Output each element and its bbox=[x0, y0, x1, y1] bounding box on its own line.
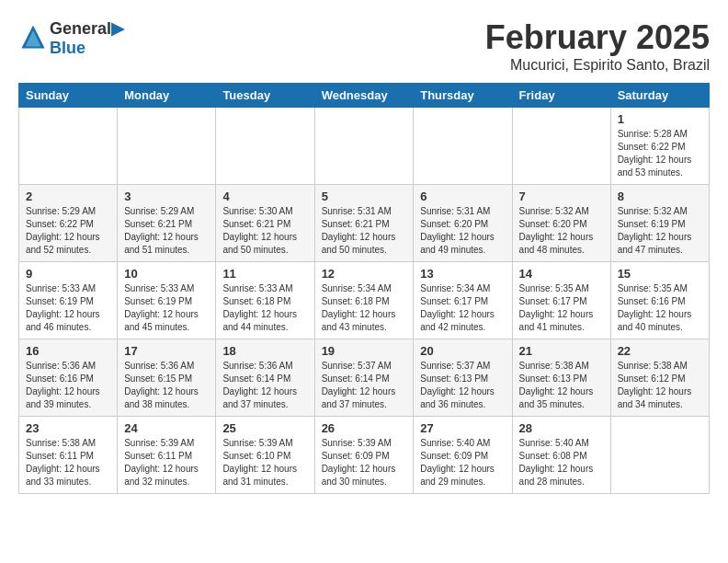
page-header: General▶ Blue February 2025 Mucurici, Es… bbox=[18, 18, 710, 74]
day-number: 7 bbox=[519, 190, 604, 203]
day-info: Sunrise: 5:39 AM Sunset: 6:11 PM Dayligh… bbox=[124, 437, 209, 488]
day-info: Sunrise: 5:39 AM Sunset: 6:10 PM Dayligh… bbox=[222, 437, 307, 488]
header-friday: Friday bbox=[512, 84, 610, 108]
calendar-header: SundayMondayTuesdayWednesdayThursdayFrid… bbox=[19, 84, 710, 108]
day-info: Sunrise: 5:31 AM Sunset: 6:21 PM Dayligh… bbox=[322, 205, 407, 257]
day-info: Sunrise: 5:31 AM Sunset: 6:20 PM Dayligh… bbox=[420, 205, 505, 257]
calendar-cell: 1Sunrise: 5:28 AM Sunset: 6:22 PM Daylig… bbox=[610, 108, 709, 185]
header-monday: Monday bbox=[118, 84, 216, 108]
day-info: Sunrise: 5:34 AM Sunset: 6:17 PM Dayligh… bbox=[420, 282, 505, 334]
calendar-cell: 25Sunrise: 5:39 AM Sunset: 6:10 PM Dayli… bbox=[216, 417, 314, 494]
day-info: Sunrise: 5:34 AM Sunset: 6:18 PM Dayligh… bbox=[322, 282, 407, 334]
day-number: 4 bbox=[222, 190, 307, 203]
calendar-cell: 4Sunrise: 5:30 AM Sunset: 6:21 PM Daylig… bbox=[216, 185, 314, 262]
day-number: 26 bbox=[322, 421, 407, 435]
calendar-cell: 28Sunrise: 5:40 AM Sunset: 6:08 PM Dayli… bbox=[512, 417, 610, 494]
day-info: Sunrise: 5:33 AM Sunset: 6:19 PM Dayligh… bbox=[26, 282, 110, 334]
day-info: Sunrise: 5:38 AM Sunset: 6:11 PM Dayligh… bbox=[26, 437, 110, 488]
day-info: Sunrise: 5:32 AM Sunset: 6:20 PM Dayligh… bbox=[519, 205, 604, 257]
day-number: 11 bbox=[222, 267, 307, 281]
calendar-cell bbox=[414, 108, 512, 185]
day-number: 28 bbox=[519, 421, 604, 435]
day-number: 5 bbox=[322, 190, 407, 203]
day-info: Sunrise: 5:36 AM Sunset: 6:16 PM Dayligh… bbox=[26, 360, 110, 411]
day-number: 25 bbox=[222, 421, 307, 435]
calendar-cell: 15Sunrise: 5:35 AM Sunset: 6:16 PM Dayli… bbox=[610, 262, 709, 339]
week-row-5: 23Sunrise: 5:38 AM Sunset: 6:11 PM Dayli… bbox=[19, 417, 710, 494]
day-info: Sunrise: 5:37 AM Sunset: 6:14 PM Dayligh… bbox=[322, 360, 407, 411]
calendar-cell: 9Sunrise: 5:33 AM Sunset: 6:19 PM Daylig… bbox=[19, 262, 118, 339]
day-number: 8 bbox=[618, 190, 702, 203]
calendar-cell: 11Sunrise: 5:33 AM Sunset: 6:18 PM Dayli… bbox=[216, 262, 314, 339]
day-number: 15 bbox=[618, 267, 702, 281]
week-row-1: 1Sunrise: 5:28 AM Sunset: 6:22 PM Daylig… bbox=[19, 108, 710, 185]
calendar-cell: 21Sunrise: 5:38 AM Sunset: 6:13 PM Dayli… bbox=[512, 339, 610, 417]
header-thursday: Thursday bbox=[414, 84, 512, 108]
day-info: Sunrise: 5:33 AM Sunset: 6:18 PM Dayligh… bbox=[222, 282, 307, 334]
day-number: 3 bbox=[124, 190, 209, 203]
calendar-cell: 18Sunrise: 5:36 AM Sunset: 6:14 PM Dayli… bbox=[216, 339, 314, 417]
calendar-cell: 26Sunrise: 5:39 AM Sunset: 6:09 PM Dayli… bbox=[314, 417, 414, 494]
calendar-cell bbox=[216, 108, 314, 185]
day-info: Sunrise: 5:39 AM Sunset: 6:09 PM Dayligh… bbox=[322, 437, 407, 488]
day-number: 23 bbox=[26, 421, 110, 435]
logo: General▶ Blue bbox=[18, 18, 124, 58]
title-block: February 2025 Mucurici, Espirito Santo, … bbox=[485, 18, 710, 74]
day-info: Sunrise: 5:35 AM Sunset: 6:17 PM Dayligh… bbox=[519, 282, 604, 334]
calendar-cell: 10Sunrise: 5:33 AM Sunset: 6:19 PM Dayli… bbox=[118, 262, 216, 339]
day-number: 14 bbox=[519, 267, 604, 281]
calendar-cell bbox=[610, 417, 709, 494]
calendar-cell: 12Sunrise: 5:34 AM Sunset: 6:18 PM Dayli… bbox=[314, 262, 414, 339]
header-tuesday: Tuesday bbox=[216, 84, 314, 108]
day-number: 16 bbox=[26, 344, 110, 358]
day-number: 6 bbox=[420, 190, 505, 203]
day-info: Sunrise: 5:38 AM Sunset: 6:12 PM Dayligh… bbox=[618, 360, 702, 411]
day-info: Sunrise: 5:32 AM Sunset: 6:19 PM Dayligh… bbox=[618, 205, 702, 257]
calendar-cell: 22Sunrise: 5:38 AM Sunset: 6:12 PM Dayli… bbox=[610, 339, 709, 417]
day-number: 21 bbox=[519, 344, 604, 358]
calendar-table: SundayMondayTuesdayWednesdayThursdayFrid… bbox=[18, 83, 710, 494]
calendar-cell: 8Sunrise: 5:32 AM Sunset: 6:19 PM Daylig… bbox=[610, 185, 709, 262]
calendar-cell: 23Sunrise: 5:38 AM Sunset: 6:11 PM Dayli… bbox=[19, 417, 118, 494]
day-number: 18 bbox=[222, 344, 307, 358]
calendar-cell: 27Sunrise: 5:40 AM Sunset: 6:09 PM Dayli… bbox=[414, 417, 512, 494]
day-number: 22 bbox=[618, 344, 702, 358]
header-saturday: Saturday bbox=[610, 84, 709, 108]
header-wednesday: Wednesday bbox=[314, 84, 414, 108]
day-info: Sunrise: 5:37 AM Sunset: 6:13 PM Dayligh… bbox=[420, 360, 505, 411]
month-title: February 2025 bbox=[485, 18, 710, 57]
day-number: 9 bbox=[26, 267, 110, 281]
calendar-cell: 5Sunrise: 5:31 AM Sunset: 6:21 PM Daylig… bbox=[314, 185, 414, 262]
calendar-cell: 13Sunrise: 5:34 AM Sunset: 6:17 PM Dayli… bbox=[414, 262, 512, 339]
calendar-cell: 19Sunrise: 5:37 AM Sunset: 6:14 PM Dayli… bbox=[314, 339, 414, 417]
day-number: 1 bbox=[618, 112, 702, 126]
day-info: Sunrise: 5:35 AM Sunset: 6:16 PM Dayligh… bbox=[618, 282, 702, 334]
day-number: 19 bbox=[322, 344, 407, 358]
calendar-cell: 16Sunrise: 5:36 AM Sunset: 6:16 PM Dayli… bbox=[19, 339, 118, 417]
week-row-4: 16Sunrise: 5:36 AM Sunset: 6:16 PM Dayli… bbox=[19, 339, 710, 417]
calendar-body: 1Sunrise: 5:28 AM Sunset: 6:22 PM Daylig… bbox=[19, 108, 710, 494]
calendar-cell: 7Sunrise: 5:32 AM Sunset: 6:20 PM Daylig… bbox=[512, 185, 610, 262]
header-sunday: Sunday bbox=[19, 84, 118, 108]
day-info: Sunrise: 5:29 AM Sunset: 6:21 PM Dayligh… bbox=[124, 205, 209, 257]
day-number: 2 bbox=[26, 190, 110, 203]
day-number: 24 bbox=[124, 421, 209, 435]
day-info: Sunrise: 5:40 AM Sunset: 6:08 PM Dayligh… bbox=[519, 437, 604, 488]
day-info: Sunrise: 5:36 AM Sunset: 6:14 PM Dayligh… bbox=[222, 360, 307, 411]
week-row-2: 2Sunrise: 5:29 AM Sunset: 6:22 PM Daylig… bbox=[19, 185, 710, 262]
day-number: 13 bbox=[420, 267, 505, 281]
calendar-cell bbox=[314, 108, 414, 185]
calendar-cell: 6Sunrise: 5:31 AM Sunset: 6:20 PM Daylig… bbox=[414, 185, 512, 262]
calendar-cell: 14Sunrise: 5:35 AM Sunset: 6:17 PM Dayli… bbox=[512, 262, 610, 339]
calendar-cell: 17Sunrise: 5:36 AM Sunset: 6:15 PM Dayli… bbox=[118, 339, 216, 417]
day-number: 12 bbox=[322, 267, 407, 281]
calendar-cell: 20Sunrise: 5:37 AM Sunset: 6:13 PM Dayli… bbox=[414, 339, 512, 417]
week-row-3: 9Sunrise: 5:33 AM Sunset: 6:19 PM Daylig… bbox=[19, 262, 710, 339]
day-info: Sunrise: 5:28 AM Sunset: 6:22 PM Dayligh… bbox=[618, 128, 702, 179]
calendar-cell: 2Sunrise: 5:29 AM Sunset: 6:22 PM Daylig… bbox=[19, 185, 118, 262]
day-number: 10 bbox=[124, 267, 209, 281]
day-info: Sunrise: 5:36 AM Sunset: 6:15 PM Dayligh… bbox=[124, 360, 209, 411]
calendar-cell: 3Sunrise: 5:29 AM Sunset: 6:21 PM Daylig… bbox=[118, 185, 216, 262]
day-info: Sunrise: 5:38 AM Sunset: 6:13 PM Dayligh… bbox=[519, 360, 604, 411]
day-number: 27 bbox=[420, 421, 505, 435]
